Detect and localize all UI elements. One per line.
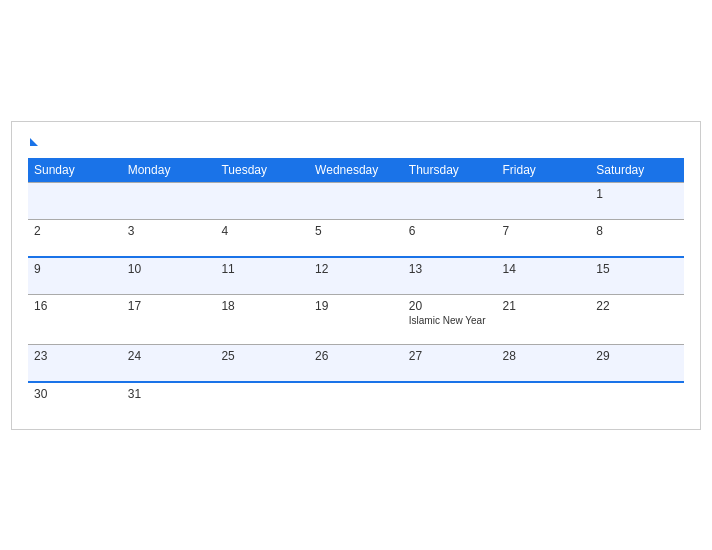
calendar-cell: [403, 182, 497, 219]
day-number: 11: [221, 262, 303, 276]
calendar-cell: 13: [403, 257, 497, 295]
calendar-cell: [28, 182, 122, 219]
calendar-cell: [215, 182, 309, 219]
calendar-cell: 19: [309, 294, 403, 344]
day-number: 6: [409, 224, 491, 238]
day-number: 28: [503, 349, 585, 363]
calendar-header: [28, 138, 684, 146]
day-number: 20: [409, 299, 491, 313]
calendar-cell: 28: [497, 344, 591, 382]
weekday-header-friday: Friday: [497, 158, 591, 183]
calendar-table: SundayMondayTuesdayWednesdayThursdayFrid…: [28, 158, 684, 419]
day-number: 21: [503, 299, 585, 313]
calendar-cell: 24: [122, 344, 216, 382]
day-number: 7: [503, 224, 585, 238]
calendar-cell: 20Islamic New Year: [403, 294, 497, 344]
day-number: 16: [34, 299, 116, 313]
day-number: 2: [34, 224, 116, 238]
day-number: 8: [596, 224, 678, 238]
calendar-cell: 16: [28, 294, 122, 344]
calendar-cell: 22: [590, 294, 684, 344]
calendar-cell: 9: [28, 257, 122, 295]
day-number: 10: [128, 262, 210, 276]
weekday-header-sunday: Sunday: [28, 158, 122, 183]
day-number: 31: [128, 387, 210, 401]
calendar-week-row: 3031: [28, 382, 684, 419]
calendar-week-row: 9101112131415: [28, 257, 684, 295]
calendar-cell: 25: [215, 344, 309, 382]
day-number: 12: [315, 262, 397, 276]
day-number: 13: [409, 262, 491, 276]
calendar-cell: 6: [403, 219, 497, 257]
weekday-header-monday: Monday: [122, 158, 216, 183]
calendar-container: SundayMondayTuesdayWednesdayThursdayFrid…: [11, 121, 701, 430]
day-number: 29: [596, 349, 678, 363]
calendar-cell: 1: [590, 182, 684, 219]
calendar-cell: 3: [122, 219, 216, 257]
calendar-cell: [497, 182, 591, 219]
calendar-cell: 15: [590, 257, 684, 295]
calendar-week-row: 2345678: [28, 219, 684, 257]
calendar-cell: 7: [497, 219, 591, 257]
calendar-cell: [403, 382, 497, 419]
day-number: 15: [596, 262, 678, 276]
calendar-cell: [590, 382, 684, 419]
calendar-cell: 12: [309, 257, 403, 295]
weekday-header-tuesday: Tuesday: [215, 158, 309, 183]
day-number: 1: [596, 187, 678, 201]
day-number: 17: [128, 299, 210, 313]
day-number: 23: [34, 349, 116, 363]
logo-triangle-icon: [30, 138, 38, 146]
day-number: 4: [221, 224, 303, 238]
calendar-cell: 4: [215, 219, 309, 257]
calendar-cell: 29: [590, 344, 684, 382]
calendar-week-row: 1617181920Islamic New Year2122: [28, 294, 684, 344]
calendar-cell: 26: [309, 344, 403, 382]
calendar-week-row: 1: [28, 182, 684, 219]
day-number: 14: [503, 262, 585, 276]
calendar-cell: 21: [497, 294, 591, 344]
day-number: 5: [315, 224, 397, 238]
day-number: 9: [34, 262, 116, 276]
day-number: 27: [409, 349, 491, 363]
calendar-cell: [309, 382, 403, 419]
calendar-cell: 10: [122, 257, 216, 295]
logo: [28, 138, 38, 146]
day-number: 22: [596, 299, 678, 313]
day-number: 3: [128, 224, 210, 238]
calendar-cell: 31: [122, 382, 216, 419]
day-number: 18: [221, 299, 303, 313]
calendar-cell: 2: [28, 219, 122, 257]
day-number: 30: [34, 387, 116, 401]
day-number: 26: [315, 349, 397, 363]
calendar-cell: 8: [590, 219, 684, 257]
day-event: Islamic New Year: [409, 315, 491, 326]
calendar-week-row: 23242526272829: [28, 344, 684, 382]
calendar-cell: [122, 182, 216, 219]
weekday-header-saturday: Saturday: [590, 158, 684, 183]
calendar-cell: [309, 182, 403, 219]
calendar-cell: 5: [309, 219, 403, 257]
calendar-cell: [215, 382, 309, 419]
weekday-header-wednesday: Wednesday: [309, 158, 403, 183]
weekday-header-thursday: Thursday: [403, 158, 497, 183]
calendar-cell: 27: [403, 344, 497, 382]
logo-blue-text: [28, 138, 38, 146]
calendar-cell: 14: [497, 257, 591, 295]
day-number: 25: [221, 349, 303, 363]
weekday-header-row: SundayMondayTuesdayWednesdayThursdayFrid…: [28, 158, 684, 183]
calendar-cell: 18: [215, 294, 309, 344]
day-number: 24: [128, 349, 210, 363]
day-number: 19: [315, 299, 397, 313]
calendar-cell: 11: [215, 257, 309, 295]
calendar-cell: 23: [28, 344, 122, 382]
calendar-cell: [497, 382, 591, 419]
calendar-cell: 30: [28, 382, 122, 419]
calendar-cell: 17: [122, 294, 216, 344]
